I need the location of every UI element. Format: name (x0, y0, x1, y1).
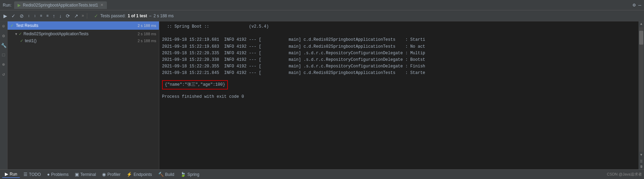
scroll-up-icon[interactable]: ▲ (640, 22, 642, 26)
profiler-tab-label: Profiler (107, 172, 120, 177)
suite-label: Redis02SpringbootApplicationTests (23, 31, 135, 36)
build-tab-icon: 🔨 (158, 172, 164, 177)
side-icon-2[interactable]: ⚙ (2, 32, 6, 39)
stop-button[interactable]: ⊘ (18, 13, 25, 19)
side-icon-5[interactable]: ⊕ (2, 61, 6, 68)
console-line-blank (162, 30, 636, 37)
test-header-left: ✓ Test Results (10, 23, 38, 28)
bottom-tab-todo[interactable]: ☰ TODO (21, 171, 43, 178)
suite-check-icon: ✓ (19, 31, 22, 36)
side-icon-3[interactable]: 🔧 (0, 42, 7, 49)
bottom-tab-build[interactable]: 🔨 Build (155, 171, 177, 178)
scroll-thumb[interactable] (639, 31, 643, 45)
check-button[interactable]: ✓ (10, 13, 17, 19)
filter-button[interactable]: ≡ (45, 13, 50, 18)
sort-button[interactable]: ≡ (39, 13, 43, 18)
rerun-button[interactable]: ↕ (27, 13, 31, 18)
json-output: {"name":"张三","age":100} (162, 80, 228, 90)
build-tab-label: Build (165, 172, 174, 177)
run-tab-label: Run (10, 172, 17, 177)
tree-item-suite[interactable]: ▼ ✓ Redis02SpringbootApplicationTests 2 … (8, 30, 159, 37)
prev-button[interactable]: ↑ (51, 13, 57, 19)
side-icon-4[interactable]: □ (2, 52, 6, 58)
tab-close-icon[interactable]: ✕ (100, 3, 103, 7)
bottom-tab-endpoints[interactable]: ⚡ Endpoints (124, 171, 154, 178)
run-label: Run: (3, 3, 11, 8)
clock-button[interactable]: ⟳ (64, 13, 71, 19)
rerun-failed-button[interactable]: ↕ (33, 13, 38, 18)
console-line-6: 2021-09-18 15:22:21.845 INFO 4192 --- [ … (162, 70, 636, 76)
right-panel: :: Spring Boot :: (v2.5.4) 2021-09-18 15… (159, 21, 638, 169)
run-button[interactable]: ▶ (2, 13, 9, 19)
tree-item-test1[interactable]: ✓ test1() 2 s 188 ms (8, 37, 159, 44)
duration-separator: – (149, 13, 151, 18)
bottom-tab-profiler[interactable]: ◉ Profiler (99, 171, 123, 178)
console-output[interactable]: :: Spring Boot :: (v2.5.4) 2021-09-18 15… (159, 21, 638, 169)
bottom-tab-problems[interactable]: ● Problems (44, 171, 71, 178)
bottom-tab-run[interactable]: ▶ Run (2, 171, 20, 178)
test-header-time: 2 s 188 ms (138, 23, 156, 28)
toolbar: ▶ ✓ ⊘ ↕ ↕ ≡ ≡ ↑ ↓ ⟳ ↗ » ✓ Tests passed: … (0, 10, 644, 21)
endpoints-tab-label: Endpoints (133, 172, 152, 177)
bottom-tab-spring[interactable]: 🍃 Spring (178, 171, 202, 178)
console-line-springboot: :: Spring Boot :: (v2.5.4) (162, 23, 636, 30)
pass-check-icon: ✓ (94, 13, 98, 19)
test-results-label: Test Results (16, 23, 38, 28)
side-icons: ⊙ ⚙ 🔧 □ ⊕ ↺ (0, 21, 8, 169)
minimize-icon[interactable]: — (638, 2, 641, 8)
side-icon-1[interactable]: ⊙ (2, 23, 6, 30)
console-line-1: 2021-09-18 15:22:19.681 INFO 4192 --- [ … (162, 37, 636, 43)
scroll-trash-icon[interactable]: 🗑 (640, 165, 643, 169)
bottom-bar: ▶ Run ☰ TODO ● Problems ▣ Terminal ◉ Pro… (0, 169, 644, 179)
problems-tab-icon: ● (47, 172, 50, 177)
test1-label: test1() (25, 38, 135, 43)
profiler-tab-icon: ◉ (102, 172, 106, 177)
terminal-tab-icon: ▣ (75, 172, 79, 177)
console-line-5: 2021-09-18 15:22:20.355 INFO 4192 --- [ … (162, 63, 636, 70)
tests-passed-banner: ✓ Tests passed: 1 of 1 test – 2 s 188 ms (94, 13, 174, 19)
main-content: ⊙ ⚙ 🔧 □ ⊕ ↺ ✓ Test Results 2 s 188 ms ▼ … (0, 21, 644, 169)
endpoints-tab-icon: ⚡ (127, 172, 132, 177)
console-line-4: 2021-09-18 15:22:20.338 INFO 4192 --- [ … (162, 57, 636, 63)
tab-label: Redis02SpringbootApplicationTests.test1 (23, 3, 98, 8)
header-check-icon: ✓ (10, 23, 14, 28)
bottom-right-label: CSDN @Java追求者 (607, 172, 642, 177)
spring-tab-icon: 🍃 (180, 172, 186, 177)
test1-check-icon: ✓ (20, 38, 23, 43)
next-button[interactable]: ↓ (58, 13, 63, 19)
todo-tab-label: TODO (29, 172, 41, 177)
test-results-header: ✓ Test Results 2 s 188 ms (8, 21, 159, 30)
test-count: 1 of 1 test (128, 13, 147, 18)
side-icon-6[interactable]: ↺ (2, 71, 6, 78)
scroll-track[interactable] (639, 27, 643, 152)
terminal-tab-label: Terminal (80, 172, 96, 177)
console-line-2: 2021-09-18 15:22:19.683 INFO 4192 --- [ … (162, 44, 636, 50)
left-panel: ✓ Test Results 2 s 188 ms ▼ ✓ Redis02Spr… (8, 21, 159, 169)
export-button[interactable]: ↗ (73, 13, 80, 19)
test-tree: ▼ ✓ Redis02SpringbootApplicationTests 2 … (8, 30, 159, 169)
scroll-lines-icon[interactable]: ☰ (640, 160, 643, 163)
duration-label: 2 s 188 ms (153, 13, 174, 18)
right-scrollbar: ▲ ▼ ☰ 🗑 (638, 21, 644, 169)
todo-tab-icon: ☰ (23, 172, 28, 177)
process-finished: Process finished with exit code 0 (162, 94, 636, 100)
gear-icon[interactable]: ⚙ (633, 2, 635, 8)
run-tab-icon: ▶ (5, 171, 8, 177)
more-tools[interactable]: » (82, 13, 84, 18)
separator (87, 13, 87, 19)
bottom-tab-terminal[interactable]: ▣ Terminal (72, 171, 99, 178)
collapse-arrow-icon: ▼ (14, 32, 18, 36)
title-bar: Run: ▶ Redis02SpringbootApplicationTests… (0, 0, 644, 10)
problems-tab-label: Problems (51, 172, 69, 177)
tests-passed-label: Tests passed: (100, 13, 125, 18)
highlighted-output-wrapper: {"name":"张三","age":100} (162, 79, 636, 91)
scroll-down-icon[interactable]: ▼ (640, 153, 642, 157)
suite-time: 2 s 188 ms (138, 32, 156, 36)
console-line-3: 2021-09-18 15:22:20.335 INFO 4192 --- [ … (162, 50, 636, 57)
active-tab[interactable]: ▶ Redis02SpringbootApplicationTests.test… (14, 1, 107, 9)
test1-time: 2 s 188 ms (138, 39, 156, 43)
run-icon: ▶ (18, 3, 21, 8)
spring-tab-label: Spring (187, 172, 199, 177)
